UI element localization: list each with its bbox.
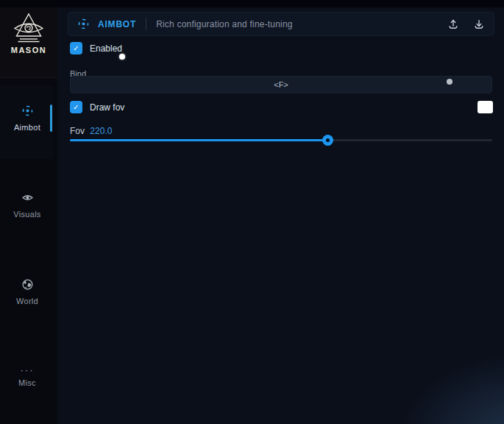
sidebar: MASON Aimbot Visuals World ··· Misc: [0, 7, 57, 424]
page-subtitle: Rich configuration and fine-tuning: [156, 19, 293, 29]
upload-icon[interactable]: [447, 18, 459, 30]
sidebar-item-world[interactable]: World: [0, 278, 54, 305]
draw-fov-checkbox[interactable]: ✓: [70, 101, 82, 113]
sidebar-item-misc[interactable]: ··· Misc: [0, 367, 54, 387]
sidebar-item-label: Aimbot: [0, 123, 54, 132]
header-actions: [447, 18, 485, 30]
fov-label: Fov: [70, 126, 85, 136]
fov-value: 220.0: [90, 126, 112, 136]
draw-fov-label: Draw fov: [90, 102, 124, 113]
sidebar-item-label: World: [0, 297, 54, 305]
enabled-row: ✓ Enabled: [70, 42, 122, 54]
decorative-dot: [447, 79, 452, 85]
cursor-dot: [119, 54, 125, 60]
crosshair-icon: [21, 105, 34, 117]
window-top-strip: [0, 0, 504, 7]
sidebar-item-visuals[interactable]: Visuals: [0, 191, 54, 219]
header-divider: [146, 18, 146, 30]
eye-icon: [21, 191, 34, 204]
eye-pyramid-icon: [11, 12, 46, 44]
crosshair-icon: [77, 18, 90, 30]
fov-slider[interactable]: [70, 138, 492, 144]
ellipsis-icon: ···: [0, 367, 54, 375]
fov-color-swatch[interactable]: [478, 101, 493, 113]
sidebar-item-label: Misc: [0, 378, 54, 387]
draw-fov-row: ✓ Draw fov: [70, 101, 124, 113]
fov-slider-handle[interactable]: [322, 135, 333, 146]
sidebar-item-label: Visuals: [0, 210, 54, 219]
check-icon: ✓: [73, 103, 79, 111]
fov-label-row: Fov 220.0: [70, 126, 112, 136]
check-icon: ✓: [73, 44, 79, 52]
main-panel: AIMBOT Rich configuration and fine-tunin…: [57, 7, 504, 424]
bind-input[interactable]: <F>: [70, 76, 492, 93]
enabled-label: Enabled: [90, 43, 122, 54]
page-header: AIMBOT Rich configuration and fine-tunin…: [68, 12, 494, 36]
logo-text: MASON: [11, 46, 46, 54]
bind-value: <F>: [274, 80, 288, 89]
download-icon[interactable]: [473, 18, 485, 30]
sidebar-item-aimbot[interactable]: Aimbot: [0, 105, 54, 132]
enabled-checkbox[interactable]: ✓: [70, 42, 82, 54]
page-title: AIMBOT: [98, 19, 136, 29]
logo-panel: MASON: [0, 7, 57, 78]
fov-slider-fill: [70, 139, 327, 141]
globe-icon: [21, 278, 34, 291]
